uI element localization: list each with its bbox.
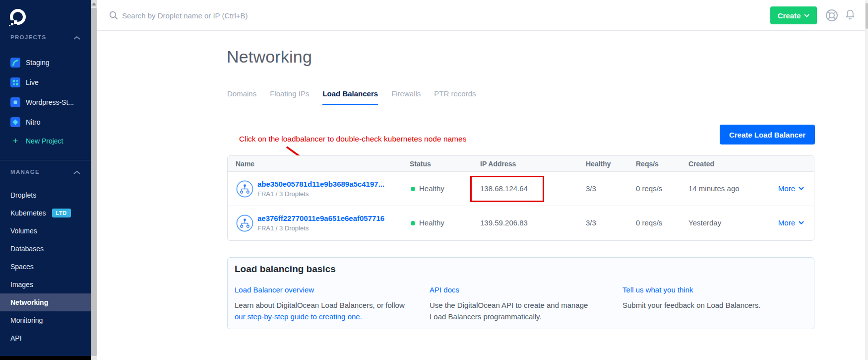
- sidebar-item-label: Volumes: [10, 227, 37, 235]
- sidebar-item-label: Kubernetes: [10, 209, 46, 217]
- manage-section-label: MANAGE: [10, 169, 40, 175]
- new-project-label: New Project: [26, 137, 63, 145]
- sidebar-item-networking[interactable]: Networking: [0, 293, 91, 311]
- staging-project-icon: [10, 58, 20, 68]
- load-balancer-meta: FRA1 / 3 Droplets: [257, 190, 309, 198]
- more-menu-button[interactable]: More: [778, 218, 804, 227]
- basics-title: Load balancing basics: [235, 264, 336, 275]
- column-header-status: Status: [410, 160, 431, 168]
- projects-section-label: PROJECTS: [10, 34, 46, 40]
- scrollbar-thumb[interactable]: [866, 3, 868, 29]
- healthy-cell: 3/3: [586, 184, 596, 193]
- scrollbar-thumb[interactable]: [91, 8, 97, 356]
- basics-text: Load Balancers programmatically.: [430, 312, 542, 321]
- scroll-up-arrow-icon[interactable]: [91, 0, 97, 7]
- tab-load-balancers[interactable]: Load Balancers: [322, 89, 378, 105]
- status-cell: Healthy: [419, 184, 444, 193]
- sidebar-item-kubernetes[interactable]: Kubernetes LTD: [0, 204, 91, 222]
- page-title: Networking: [227, 47, 312, 67]
- column-header-healthy: Healthy: [586, 160, 611, 168]
- more-label: More: [778, 218, 795, 227]
- nitro-project-icon: [10, 117, 20, 127]
- sidebar-item-spaces[interactable]: Spaces: [0, 258, 91, 276]
- sidebar-divider: [0, 160, 91, 160]
- sidebar-item-label: Spaces: [10, 263, 34, 271]
- healthy-status-dot: [411, 187, 415, 191]
- search-icon: [109, 11, 118, 20]
- sidebar-item-wordpress-st[interactable]: Wordpress-St...: [0, 92, 91, 112]
- load-balancer-meta: FRA1 / 3 Droplets: [257, 224, 309, 232]
- notifications-bell-icon[interactable]: [844, 8, 857, 21]
- sidebar: PROJECTS Staging Live: [0, 0, 91, 360]
- new-project-button[interactable]: + New Project: [0, 132, 91, 150]
- annotation-red-box: [470, 176, 544, 202]
- column-header-created: Created: [688, 160, 714, 168]
- wordpress-project-icon: [10, 97, 20, 107]
- column-header-reqs: Reqs/s: [636, 160, 659, 168]
- sidebar-item-nitro[interactable]: Nitro: [0, 112, 91, 132]
- table-row: ae376ff22770011e9a651e6eaf057716 FRA1 / …: [228, 206, 814, 240]
- search-input[interactable]: [122, 9, 380, 22]
- sidebar-item-label: Staging: [26, 59, 49, 67]
- ltd-badge: LTD: [52, 209, 71, 217]
- tab-firewalls[interactable]: Firewalls: [391, 89, 421, 105]
- sidebar-scrollbar[interactable]: [91, 0, 97, 360]
- manage-collapse-chevron-up-icon[interactable]: [73, 170, 80, 175]
- basics-column-feedback: Tell us what you think Submit your feedb…: [622, 286, 806, 311]
- basics-text: Learn about DigitalOcean Load Balancers,…: [235, 301, 405, 309]
- plus-icon: +: [10, 136, 20, 146]
- sidebar-item-images[interactable]: Images: [0, 276, 91, 293]
- sidebar-item-api[interactable]: API: [0, 329, 91, 347]
- created-cell: Yesterday: [688, 218, 721, 227]
- load-balancer-overview-link[interactable]: Load Balancer overview: [235, 286, 314, 294]
- reqs-cell: 0 reqs/s: [636, 184, 662, 193]
- tabs: Domains Floating IPs Load Balancers Fire…: [227, 89, 476, 105]
- tab-ptr-records[interactable]: PTR records: [434, 89, 476, 105]
- load-balancer-name-link[interactable]: ae376ff22770011e9a651e6eaf057716: [257, 214, 384, 222]
- load-balancing-basics-card: Load balancing basics Load Balancer over…: [227, 257, 814, 329]
- digitalocean-logo-icon[interactable]: [7, 7, 27, 27]
- load-balancer-icon: [236, 215, 253, 232]
- basics-text: Use the DigitalOcean API to create and m…: [430, 301, 588, 309]
- more-label: More: [778, 184, 795, 193]
- sidebar-bottom-strip: [0, 356, 91, 360]
- ip-cell: 139.59.206.83: [480, 218, 528, 227]
- sidebar-item-label: Nitro: [26, 118, 41, 126]
- sidebar-item-label: API: [10, 334, 22, 342]
- table-header-row: Name Status IP Address Healthy Reqs/s Cr…: [228, 156, 814, 172]
- annotation-text: Click on the loadbalancer to double-chec…: [239, 135, 466, 144]
- api-docs-link[interactable]: API docs: [430, 286, 459, 294]
- create-button[interactable]: Create: [770, 6, 817, 24]
- basics-column-overview: Load Balancer overview Learn about Digit…: [235, 286, 418, 322]
- help-lifering-icon[interactable]: [825, 8, 839, 22]
- created-cell: 14 minutes ago: [688, 184, 740, 193]
- sidebar-item-label: Live: [26, 78, 39, 86]
- reqs-cell: 0 reqs/s: [636, 218, 662, 227]
- step-by-step-guide-link[interactable]: our step-by-step guide to creating one.: [235, 312, 362, 321]
- sidebar-item-databases[interactable]: Databases: [0, 240, 91, 258]
- chevron-down-icon: [799, 187, 804, 190]
- healthy-status-dot: [411, 221, 415, 225]
- load-balancer-icon: [236, 180, 253, 198]
- projects-collapse-chevron-up-icon[interactable]: [73, 36, 80, 40]
- sidebar-item-staging[interactable]: Staging: [0, 53, 91, 72]
- sidebar-item-live[interactable]: Live: [0, 72, 91, 92]
- column-header-name: Name: [236, 160, 254, 168]
- sidebar-item-volumes[interactable]: Volumes: [0, 222, 91, 240]
- more-menu-button[interactable]: More: [778, 184, 804, 193]
- create-load-balancer-button[interactable]: Create Load Balancer: [720, 125, 815, 144]
- sidebar-item-label: Databases: [10, 245, 44, 253]
- column-header-ip: IP Address: [480, 160, 516, 168]
- page-scrollbar[interactable]: [865, 0, 868, 360]
- tab-floating-ips[interactable]: Floating IPs: [270, 89, 309, 105]
- tell-us-what-you-think-link[interactable]: Tell us what you think: [622, 286, 693, 294]
- tab-domains[interactable]: Domains: [227, 89, 256, 105]
- sidebar-item-droplets[interactable]: Droplets: [0, 186, 91, 204]
- sidebar-item-label: Networking: [10, 298, 48, 306]
- healthy-cell: 3/3: [586, 218, 596, 227]
- sidebar-item-monitoring[interactable]: Monitoring: [0, 311, 91, 329]
- manage-list: Droplets Kubernetes LTD Volumes Database…: [0, 186, 91, 347]
- create-button-label: Create: [778, 11, 801, 20]
- load-balancer-name-link[interactable]: abe350e05781d11e9b3689a5c4197...: [257, 180, 384, 188]
- digitalocean-networking-screen: PROJECTS Staging Live: [0, 0, 868, 360]
